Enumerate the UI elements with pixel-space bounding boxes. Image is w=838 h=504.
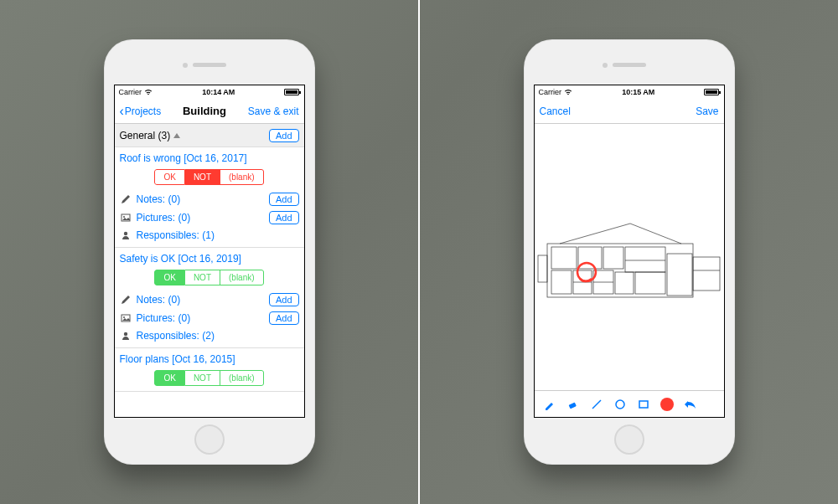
segment-blank[interactable]: (blank) — [220, 169, 264, 185]
svg-rect-10 — [551, 247, 577, 269]
svg-rect-9 — [538, 255, 547, 282]
brush-tool-icon[interactable] — [543, 398, 556, 411]
svg-rect-26 — [639, 401, 648, 408]
status-bar: Carrier 10:15 AM — [535, 85, 724, 99]
home-button[interactable] — [614, 424, 644, 455]
picture-icon — [120, 213, 132, 223]
item-title[interactable]: Roof is wrong [Oct 16, 2017] — [120, 152, 299, 164]
floor-plan-image — [535, 220, 725, 321]
svg-point-4 — [123, 316, 125, 318]
pencil-icon — [120, 194, 132, 204]
svg-point-5 — [123, 332, 127, 336]
undo-icon[interactable] — [684, 398, 697, 411]
screen-right: Carrier 10:15 AM Cancel Save — [534, 85, 725, 418]
nav-bar: Cancel Save — [535, 99, 724, 124]
segment-not[interactable]: NOT — [185, 270, 220, 285]
nav-bar: ‹ Projects Building Save & exit — [115, 99, 304, 124]
item-row: Notes: (0)Add — [120, 291, 299, 309]
section-add-button[interactable]: Add — [269, 129, 299, 142]
row-add-button[interactable]: Add — [269, 293, 299, 306]
rect-tool-icon[interactable] — [637, 398, 650, 411]
checklist-item: Roof is wrong [Oct 16, 2017]OKNOT(blank)… — [115, 147, 304, 248]
picture-icon — [120, 313, 132, 323]
svg-rect-13 — [625, 247, 665, 272]
svg-point-25 — [616, 400, 624, 409]
row-label[interactable]: Notes: (0) — [137, 193, 181, 205]
camera-dot — [603, 63, 608, 68]
chevron-left-icon: ‹ — [120, 105, 124, 118]
item-title[interactable]: Safety is OK [Oct 16, 2019] — [120, 253, 299, 265]
item-row: Pictures: (0)Add — [120, 208, 299, 227]
row-label[interactable]: Pictures: (0) — [137, 212, 191, 224]
item-row: Responsibles: (1) — [120, 227, 299, 244]
svg-rect-12 — [603, 247, 623, 269]
wifi-icon — [144, 89, 153, 95]
svg-point-2 — [123, 232, 127, 235]
row-label[interactable]: Responsibles: (1) — [137, 229, 215, 241]
home-button[interactable] — [194, 424, 225, 455]
row-label[interactable]: Pictures: (0) — [137, 312, 191, 324]
segment-ok[interactable]: OK — [154, 169, 184, 185]
row-label[interactable]: Responsibles: (2) — [137, 330, 215, 342]
item-row: Responsibles: (2) — [120, 327, 299, 344]
clock: 10:15 AM — [622, 88, 654, 96]
save-exit-button[interactable]: Save & exit — [248, 105, 299, 117]
segment-blank[interactable]: (blank) — [220, 270, 264, 285]
checklist-item: Safety is OK [Oct 16, 2019]OKNOT(blank)N… — [115, 248, 304, 348]
segment-blank[interactable]: (blank) — [220, 370, 264, 386]
row-add-button[interactable]: Add — [269, 211, 299, 224]
person-icon — [120, 230, 132, 240]
page-title: Building — [183, 105, 226, 117]
color-picker-icon[interactable] — [660, 398, 674, 411]
phone-frame-right: Carrier 10:15 AM Cancel Save — [524, 39, 735, 465]
svg-rect-23 — [568, 402, 576, 409]
speaker-slot — [193, 63, 226, 67]
camera-dot — [183, 63, 188, 68]
svg-rect-17 — [615, 272, 634, 294]
segment-ok[interactable]: OK — [154, 370, 184, 386]
cancel-button[interactable]: Cancel — [540, 105, 571, 117]
battery-icon — [284, 89, 299, 95]
eraser-tool-icon[interactable] — [566, 398, 580, 411]
person-icon — [120, 331, 132, 341]
svg-rect-14 — [551, 270, 572, 294]
row-add-button[interactable]: Add — [269, 311, 299, 325]
carrier-label: Carrier — [539, 88, 562, 96]
phone-frame-left: Carrier 10:14 AM ‹ Projects Building Sav… — [104, 39, 315, 465]
back-button[interactable]: ‹ Projects — [120, 105, 162, 118]
drawing-canvas[interactable] — [535, 124, 724, 390]
svg-rect-18 — [635, 272, 665, 294]
row-add-button[interactable]: Add — [269, 193, 299, 206]
item-title[interactable]: Floor plans [Oct 16, 2015] — [120, 353, 299, 365]
triangle-up-icon — [173, 133, 180, 138]
svg-point-1 — [123, 216, 125, 218]
status-bar: Carrier 10:14 AM — [115, 85, 304, 99]
right-panel: Carrier 10:15 AM Cancel Save — [420, 0, 838, 504]
segment-not[interactable]: NOT — [185, 370, 220, 386]
row-label[interactable]: Notes: (0) — [137, 294, 181, 306]
section-header: General (3) Add — [115, 124, 304, 147]
segment-ok[interactable]: OK — [154, 270, 184, 285]
drawing-toolbar — [535, 390, 724, 417]
segment-not[interactable]: NOT — [185, 169, 220, 185]
circle-tool-icon[interactable] — [613, 398, 627, 411]
item-row: Notes: (0)Add — [120, 190, 299, 208]
speaker-slot — [613, 63, 646, 67]
svg-rect-7 — [693, 257, 720, 291]
carrier-label: Carrier — [119, 88, 142, 96]
section-title: General (3) — [120, 130, 171, 141]
battery-icon — [704, 89, 719, 95]
save-button[interactable]: Save — [696, 105, 718, 117]
screen-left: Carrier 10:14 AM ‹ Projects Building Sav… — [114, 85, 305, 418]
pencil-icon — [120, 295, 132, 305]
line-tool-icon[interactable] — [590, 398, 603, 411]
wifi-icon — [564, 89, 572, 95]
checklist-item: Floor plans [Oct 16, 2015]OKNOT(blank) — [115, 348, 304, 392]
scroll-content[interactable]: General (3) Add Roof is wrong [Oct 16, 2… — [115, 124, 304, 417]
clock: 10:14 AM — [202, 88, 235, 96]
item-row: Pictures: (0)Add — [120, 309, 299, 327]
left-panel: Carrier 10:14 AM ‹ Projects Building Sav… — [0, 0, 418, 504]
svg-rect-19 — [667, 254, 692, 296]
svg-line-24 — [592, 400, 601, 409]
